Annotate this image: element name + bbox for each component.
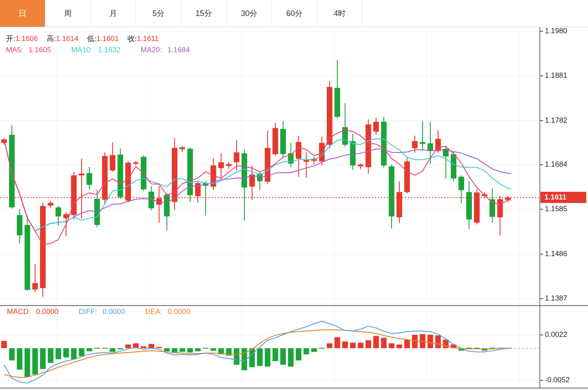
close-label: 收:	[127, 35, 137, 43]
kline-chart-app: 日 周 月 5分 15分 30分 60分 4时 开:1.1606高:1.1614…	[0, 0, 588, 390]
tab-4hour[interactable]: 4时	[317, 0, 363, 27]
timeframe-tabbar: 日 周 月 5分 15分 30分 60分 4时	[0, 0, 588, 27]
price-axis-label: 1.1387	[545, 294, 567, 303]
macd-legend: MACD: 0.0000 DIFF: 0.0000 DEA: 0.0000	[7, 308, 197, 316]
price-axis-label: 1.1881	[545, 71, 567, 80]
ma20-legend-item: MA20: 1.1684	[141, 46, 193, 54]
dea-legend-item: DEA: 0.0000	[145, 308, 193, 316]
ohlc-legend: 开:1.1606高:1.1614低:1.1601收:1.1611	[6, 34, 168, 44]
macd-legend-item: MACD: 0.0000	[7, 308, 62, 316]
candlestick-chart-canvas[interactable]	[0, 0, 588, 390]
price-axis-label: 1.1486	[545, 250, 567, 258]
tab-5min[interactable]: 5分	[136, 0, 181, 27]
price-axis-label: 1.1684	[545, 160, 567, 169]
close-value: 1.1611	[137, 35, 159, 43]
ma-legend: MA5: 1.1605 MA10: 1.1632 MA20: 1.1684	[6, 46, 197, 54]
price-axis-label: 1.1585	[545, 205, 567, 213]
tabbar-filler	[363, 0, 588, 27]
open-value: 1.1606	[16, 35, 38, 43]
tab-60min[interactable]: 60分	[272, 0, 317, 27]
macd-axis-label: -0.0052	[545, 376, 570, 384]
tab-30min[interactable]: 30分	[227, 0, 272, 27]
diff-legend-item: DIFF: 0.0000	[79, 308, 128, 316]
low-value: 1.1601	[96, 35, 119, 43]
open-label: 开:	[6, 35, 16, 43]
macd-axis-label: 0.0022	[545, 330, 567, 339]
price-axis-label: 1.1980	[545, 27, 567, 35]
tab-month[interactable]: 月	[91, 0, 136, 27]
tab-15min[interactable]: 15分	[181, 0, 227, 27]
price-axis-label: 1.1782	[545, 116, 567, 125]
high-value: 1.1614	[56, 35, 78, 43]
low-label: 低:	[87, 35, 96, 43]
price-axis: 1.1611 1.19801.18811.17821.16841.15851.1…	[540, 0, 588, 390]
high-label: 高:	[47, 35, 56, 43]
tab-day[interactable]: 日	[0, 0, 45, 27]
current-price-marker: 1.1611	[541, 192, 586, 203]
tab-week[interactable]: 周	[45, 0, 91, 27]
ma5-legend-item: MA5: 1.1605	[6, 46, 54, 54]
ma10-legend-item: MA10: 1.1632	[71, 46, 124, 54]
